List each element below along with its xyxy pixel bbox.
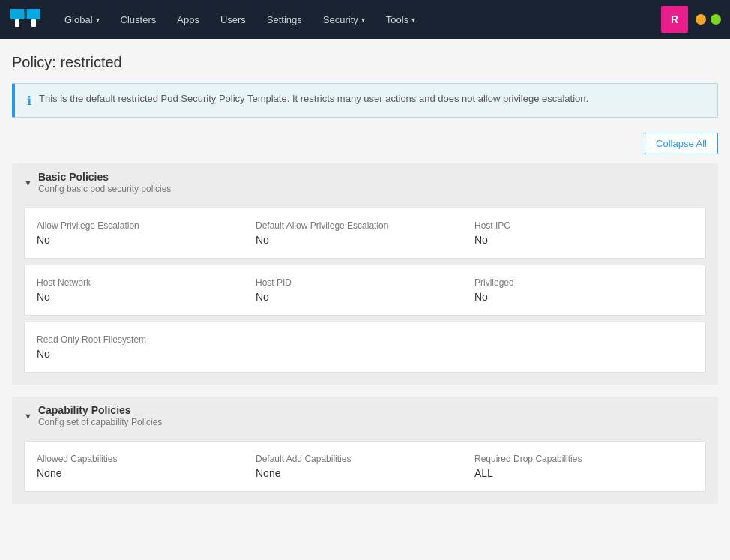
policy-field-0-0-0: Allow Privilege Escalation No (37, 220, 256, 246)
nav-global[interactable]: Global ▾ (54, 0, 110, 39)
nav-apps[interactable]: Apps (166, 0, 210, 39)
nav-items: Global ▾ Clusters Apps Users Settings Se… (54, 0, 661, 39)
tools-chevron-icon: ▾ (411, 16, 415, 24)
policy-field-value: No (256, 234, 462, 246)
svg-rect-3 (15, 19, 19, 27)
policy-field-label: Allowed Capabilities (37, 454, 244, 464)
policy-field-1-0-2: Required Drop Capabilities ALL (474, 454, 693, 479)
page-content: Policy: restricted ℹ This is the default… (0, 39, 730, 531)
policy-field-label: Default Add Capabilities (256, 454, 462, 464)
cards-area-capability-policies: Allowed Capabilities None Default Add Ca… (12, 435, 718, 504)
policy-field-value: No (37, 291, 244, 303)
info-banner: ℹ This is the default restricted Pod Sec… (12, 83, 718, 118)
section-title: Basic Policies (38, 171, 171, 183)
section-basic-policies: ▼ Basic Policies Config basic pod securi… (12, 163, 718, 385)
rancher-logo (9, 6, 42, 33)
section-capability-policies: ▼ Capability Policies Config set of capa… (12, 397, 718, 504)
policy-field-value: No (256, 291, 462, 303)
policy-field-label: Host PID (256, 277, 462, 288)
policy-field-0-0-1: Default Allow Privilege Escalation No (256, 220, 474, 246)
nav-clusters[interactable]: Clusters (110, 0, 167, 39)
policy-card-0-1: Host Network No Host PID No Privileged N… (24, 265, 706, 316)
policy-card-row: Read Only Root Filesystem No (37, 334, 693, 360)
policy-field-0-1-2: Privileged No (474, 277, 693, 303)
policy-field-0-2-0: Read Only Root Filesystem No (37, 334, 693, 360)
policy-card-0-0: Allow Privilege Escalation No Default Al… (24, 208, 706, 259)
policy-field-label: Read Only Root Filesystem (37, 334, 681, 345)
info-icon: ℹ (27, 94, 31, 108)
policy-field-label: Host IPC (474, 220, 681, 231)
collapse-all-button[interactable]: Collapse All (645, 133, 718, 154)
section-title: Capability Policies (38, 404, 162, 416)
policy-field-label: Default Allow Privilege Escalation (256, 220, 462, 231)
policy-field-value: None (37, 467, 244, 479)
policy-field-value: None (256, 467, 462, 479)
info-text: This is the default restricted Pod Secur… (39, 93, 588, 104)
cards-area-basic-policies: Allow Privilege Escalation No Default Al… (12, 202, 718, 385)
policy-field-value: No (37, 348, 681, 360)
policy-field-0-1-1: Host PID No (256, 277, 474, 303)
policy-field-0-0-2: Host IPC No (474, 220, 693, 246)
nav-tools[interactable]: Tools ▾ (375, 0, 426, 39)
section-header-basic-policies[interactable]: ▼ Basic Policies Config basic pod securi… (12, 163, 718, 202)
navbar: Global ▾ Clusters Apps Users Settings Se… (0, 0, 730, 39)
window-controls (696, 14, 721, 25)
policy-field-label: Required Drop Capabilities (474, 454, 681, 464)
policy-field-1-0-1: Default Add Capabilities None (256, 454, 474, 479)
policy-field-label: Privileged (474, 277, 681, 288)
nav-settings[interactable]: Settings (256, 0, 313, 39)
policy-field-value: No (37, 234, 244, 246)
page-title: Policy: restricted (12, 54, 718, 71)
policy-card-row: Allow Privilege Escalation No Default Al… (37, 220, 693, 246)
section-chevron-icon: ▼ (24, 412, 32, 421)
security-chevron-icon: ▾ (361, 16, 365, 24)
minimize-button[interactable] (696, 14, 706, 25)
sections-container: ▼ Basic Policies Config basic pod securi… (12, 163, 718, 504)
navbar-right: R (661, 6, 721, 33)
policy-field-value: No (474, 234, 681, 246)
policy-field-value: ALL (474, 467, 681, 479)
nav-users[interactable]: Users (210, 0, 256, 39)
section-chevron-icon: ▼ (24, 178, 32, 187)
nav-security[interactable]: Security ▾ (313, 0, 375, 39)
policy-card-1-0: Allowed Capabilities None Default Add Ca… (24, 441, 706, 492)
toolbar: Collapse All (12, 133, 718, 154)
policy-field-1-0-0: Allowed Capabilities None (37, 454, 256, 479)
svg-rect-4 (31, 19, 36, 27)
policy-card-0-2: Read Only Root Filesystem No (24, 322, 706, 373)
user-avatar[interactable]: R (661, 6, 688, 33)
maximize-button[interactable] (711, 14, 721, 25)
section-subtitle: Config set of capability Policies (38, 417, 162, 427)
policy-field-0-1-0: Host Network No (37, 277, 256, 303)
policy-card-row: Host Network No Host PID No Privileged N… (37, 277, 693, 303)
policy-field-value: No (474, 291, 681, 303)
section-subtitle: Config basic pod security policies (38, 184, 171, 194)
global-chevron-icon: ▾ (96, 16, 100, 24)
policy-field-label: Allow Privilege Escalation (37, 220, 244, 231)
policy-field-label: Host Network (37, 277, 244, 288)
section-header-capability-policies[interactable]: ▼ Capability Policies Config set of capa… (12, 397, 718, 435)
policy-card-row: Allowed Capabilities None Default Add Ca… (37, 454, 693, 479)
